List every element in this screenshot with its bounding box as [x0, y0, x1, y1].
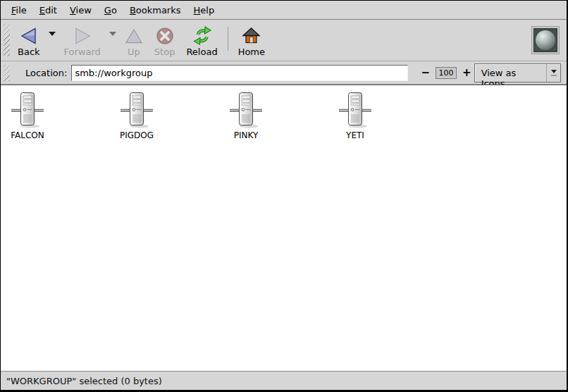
toolbar-drag-handle[interactable] [4, 24, 10, 56]
label-text: ile [16, 5, 27, 16]
zoom-in-button[interactable]: + [459, 68, 474, 78]
label-text: B [130, 5, 136, 16]
zoom-out-button[interactable]: − [418, 68, 433, 78]
location-input[interactable] [71, 65, 408, 81]
menu-item-view[interactable]: View [63, 2, 98, 18]
stop-label: Stop [154, 47, 175, 56]
file-manager-window: File Edit View Go Bookmarks Help Back Fo… [0, 0, 568, 392]
reload-button[interactable]: Reload [180, 21, 223, 59]
stop-icon [156, 27, 174, 45]
forward-icon [73, 27, 92, 45]
globe-icon [536, 30, 555, 50]
server-label: PIGDOG [120, 131, 154, 140]
server-item-pinky[interactable]: PINKY [223, 91, 268, 140]
up-icon [125, 27, 143, 45]
server-label: YETI [346, 131, 364, 140]
home-icon [242, 27, 261, 45]
server-item-yeti[interactable]: YETI [333, 91, 378, 140]
file-view[interactable]: FALCON PIGDOG PINKY YETI [1, 85, 567, 371]
back-button[interactable]: Back [12, 21, 46, 59]
menu-item-edit[interactable]: Edit [33, 2, 63, 18]
reload-icon [192, 26, 212, 45]
chevron-down-icon [49, 32, 56, 36]
throbber [531, 26, 560, 54]
home-label: Home [238, 47, 265, 56]
stop-button[interactable]: Stop [149, 21, 181, 59]
zoom-level-indicator: 100 [436, 67, 457, 79]
label-text: iew [76, 5, 92, 16]
server-icon [121, 91, 153, 128]
server-item-pigdog[interactable]: PIGDOG [114, 91, 159, 140]
label-text: H [194, 5, 201, 16]
menu-item-help[interactable]: Help [187, 2, 221, 18]
status-bar: "WORKGROUP" selected (0 bytes) [1, 371, 567, 390]
server-item-falcon[interactable]: FALCON [5, 91, 50, 140]
toolbar-separator [228, 27, 228, 51]
label-text: dit [45, 5, 57, 16]
location-label: Location: [25, 68, 67, 78]
status-text: "WORKGROUP" selected (0 bytes) [6, 376, 162, 386]
forward-history-dropdown[interactable] [106, 21, 119, 59]
view-as-label: View as Icons [475, 64, 547, 82]
toolbar: Back Forward Up Stop [1, 20, 567, 61]
up-button[interactable]: Up [119, 21, 149, 59]
label-text: G [104, 5, 111, 16]
server-icon [339, 91, 371, 128]
view-as-dropdown[interactable]: View as Icons [474, 63, 561, 82]
server-label: FALCON [11, 131, 44, 140]
label-text: o [111, 5, 117, 16]
reload-label: Reload [186, 47, 217, 56]
throbber-frame [533, 28, 557, 52]
toolbar-spacer [271, 21, 531, 59]
label-text: elp [200, 5, 214, 16]
forward-button[interactable]: Forward [58, 21, 106, 59]
label-text: View as [481, 68, 517, 78]
menu-item-bookmarks[interactable]: Bookmarks [123, 2, 187, 18]
server-icon [11, 91, 44, 128]
location-bar: Location: − 100 + View as Icons [1, 61, 567, 85]
dropdown-arrow-icon [546, 64, 560, 82]
chevron-down-icon [109, 32, 116, 36]
location-bar-drag-handle[interactable] [4, 65, 10, 81]
label-text: ookmarks [136, 5, 181, 16]
server-label: PINKY [234, 131, 259, 140]
menu-item-go[interactable]: Go [98, 2, 123, 18]
label-text: E [39, 5, 45, 16]
back-history-dropdown[interactable] [46, 21, 58, 59]
server-icon [230, 91, 262, 128]
menubar: File Edit View Go Bookmarks Help [1, 1, 567, 20]
home-button[interactable]: Home [233, 21, 271, 59]
menu-item-file[interactable]: File [5, 2, 33, 18]
label-text: V [70, 5, 76, 16]
forward-label: Forward [64, 47, 101, 56]
up-label: Up [128, 47, 140, 56]
back-icon [19, 27, 39, 45]
back-label: Back [18, 47, 40, 56]
